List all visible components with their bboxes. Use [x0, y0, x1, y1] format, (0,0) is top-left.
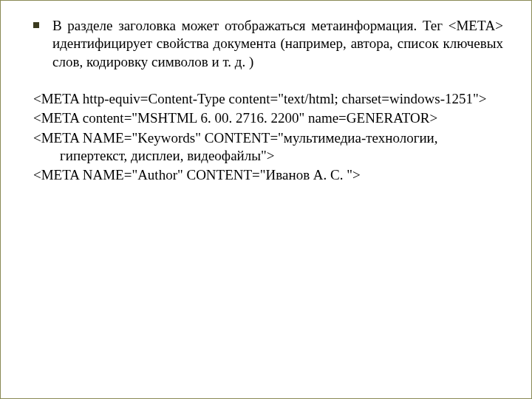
square-bullet-icon — [33, 22, 39, 28]
code-line: <META content="MSHTML 6. 00. 2716. 2200"… — [33, 109, 503, 127]
bullet-text: В разделе заголовка может отображаться м… — [52, 17, 503, 71]
code-line: <META NAME="Author" CONTENT="Иванов А. С… — [33, 166, 503, 184]
code-line: <META http-equiv=Content-Type content="t… — [33, 90, 503, 108]
slide-content: В разделе заголовка может отображаться м… — [1, 1, 531, 185]
code-block: <META http-equiv=Content-Type content="t… — [29, 90, 503, 185]
code-line: <META NAME="Keywords" CONTENT="мультимед… — [33, 129, 503, 166]
bullet-item: В разделе заголовка может отображаться м… — [29, 17, 503, 71]
